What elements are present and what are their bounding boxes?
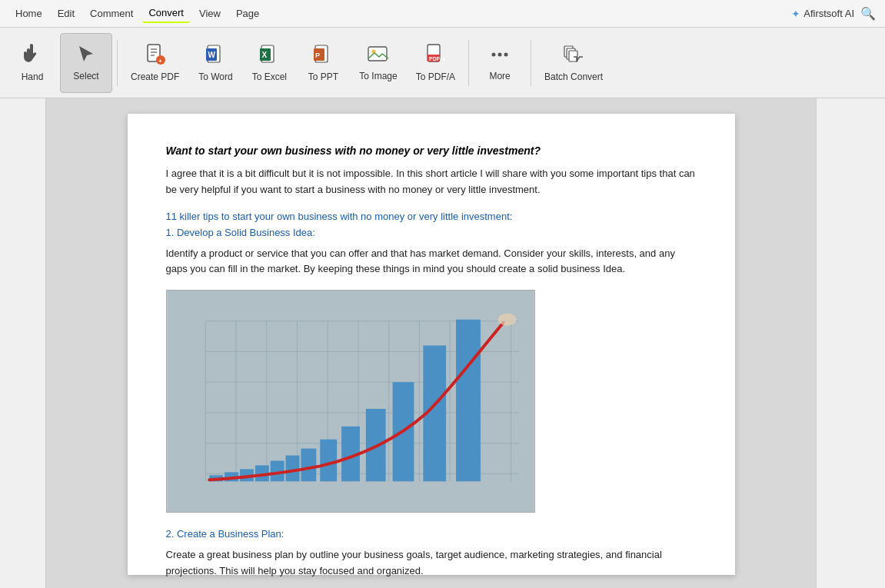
batch-convert-label: Batch Convert	[544, 71, 603, 82]
to-ppt-label: To PPT	[308, 71, 338, 82]
toolbar-more-button[interactable]: More	[474, 33, 526, 93]
hand-icon	[22, 44, 42, 68]
hand-label: Hand	[22, 71, 44, 82]
document-intro: I agree that it is a bit difficult but i…	[166, 166, 697, 198]
to-image-label: To Image	[359, 71, 397, 81]
toolbar-batch-convert-button[interactable]: Batch Convert	[536, 33, 611, 93]
toolbar-select-button[interactable]: Select	[60, 33, 112, 93]
menu-edit[interactable]: Edit	[52, 5, 81, 22]
section1-body: Identify a product or service that you c…	[166, 246, 697, 278]
svg-rect-56	[456, 320, 481, 482]
separator-2	[468, 40, 469, 86]
menu-right-area: ✦ Afirstsoft AI 🔍	[791, 6, 876, 21]
search-icon[interactable]: 🔍	[860, 6, 876, 21]
svg-text:W: W	[208, 51, 216, 59]
toolbar-create-pdf-button[interactable]: + Create PDF	[122, 33, 188, 93]
menu-comment[interactable]: Comment	[84, 5, 139, 22]
pdf-page: Want to start your own business with no …	[128, 114, 735, 575]
to-ppt-icon: P	[313, 44, 333, 68]
svg-text:X: X	[262, 51, 268, 59]
more-icon	[490, 45, 510, 68]
to-word-label: To Word	[198, 71, 232, 82]
create-pdf-icon: +	[145, 44, 165, 68]
svg-rect-51	[320, 440, 337, 482]
document-area[interactable]: Want to start your own business with no …	[46, 98, 816, 588]
select-label: Select	[73, 71, 98, 81]
separator-1	[117, 40, 118, 86]
menu-bar: Home Edit Comment Convert View Page ✦ Af…	[0, 0, 885, 28]
document-title: Want to start your own business with no …	[166, 145, 697, 157]
ai-star-icon: ✦	[791, 8, 800, 20]
to-image-icon	[368, 45, 389, 68]
ai-label-text: Afirstsoft AI	[803, 8, 854, 19]
section1-heading: 1. Develop a Solid Business Idea:	[166, 227, 697, 238]
to-pdfa-icon: PDF/A	[425, 44, 445, 68]
menu-home[interactable]: Home	[9, 5, 48, 22]
svg-text:P: P	[315, 51, 320, 59]
toolbar-to-ppt-button[interactable]: P To PPT	[297, 33, 349, 93]
svg-rect-50	[301, 449, 316, 482]
create-pdf-label: Create PDF	[131, 71, 179, 82]
select-icon	[78, 45, 95, 68]
toolbar-hand-button[interactable]: Hand	[6, 33, 58, 93]
svg-point-22	[504, 52, 508, 56]
separator-3	[531, 40, 531, 86]
document-link[interactable]: 11 killer tips to start your own busines…	[166, 211, 697, 222]
svg-point-57	[497, 314, 516, 326]
business-chart	[166, 290, 535, 513]
section2-body: Create a great business plan by outline …	[166, 547, 697, 580]
left-sidebar	[0, 98, 46, 588]
svg-text:PDF/A: PDF/A	[429, 56, 445, 61]
toolbar-to-image-button[interactable]: To Image	[351, 33, 405, 93]
toolbar-to-pdfa-button[interactable]: PDF/A To PDF/A	[408, 33, 464, 93]
menu-convert[interactable]: Convert	[142, 4, 190, 23]
right-sidebar	[816, 98, 885, 588]
to-excel-icon: X	[259, 44, 279, 68]
svg-rect-49	[285, 456, 299, 482]
ai-label[interactable]: ✦ Afirstsoft AI	[791, 8, 854, 20]
section2-heading: 2. Create a Business Plan:	[166, 528, 697, 540]
svg-point-20	[492, 52, 496, 56]
toolbar-to-excel-button[interactable]: X To Excel	[243, 33, 295, 93]
toolbar: Hand Select + Create PDF W	[0, 28, 885, 98]
to-excel-label: To Excel	[252, 71, 287, 82]
svg-rect-15	[368, 47, 387, 61]
svg-text:+: +	[158, 58, 162, 65]
svg-point-21	[498, 52, 502, 56]
toolbar-to-word-button[interactable]: W To Word	[189, 33, 241, 93]
main-layout: Want to start your own business with no …	[0, 98, 885, 588]
menu-page[interactable]: Page	[230, 5, 265, 22]
more-label: More	[489, 71, 510, 81]
to-word-icon: W	[205, 44, 225, 68]
batch-convert-icon	[563, 44, 584, 68]
menu-view[interactable]: View	[193, 5, 227, 22]
to-pdfa-label: To PDF/A	[416, 71, 455, 82]
